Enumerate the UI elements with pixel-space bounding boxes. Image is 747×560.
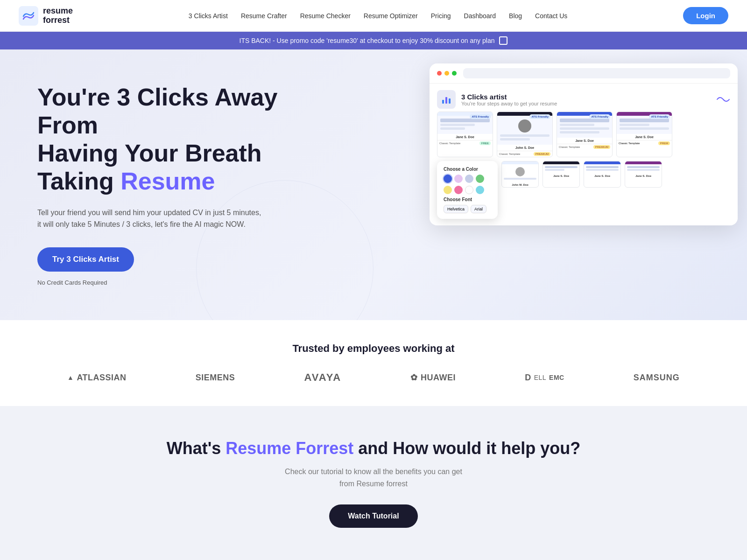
card3-line3: [560, 127, 609, 130]
whatis-sub2: from Resume forrest: [339, 480, 408, 488]
hero-content: You're 3 Clicks Away From Having Your Br…: [37, 84, 280, 286]
dell-text: D: [525, 373, 531, 383]
color-dot-blue[interactable]: [444, 175, 452, 183]
nav-blog-link[interactable]: Blog: [509, 12, 522, 20]
card1-line3: [440, 127, 465, 130]
second-row: Choose a Color C: [437, 161, 730, 219]
siemens-text: SIEMENS: [196, 373, 235, 383]
color-picker-label: Choose a Color: [444, 167, 491, 172]
card2-label: John S. Doe: [497, 145, 552, 151]
color-dot-yellow[interactable]: [444, 186, 452, 194]
r2c4-name: Jane S. Doe: [625, 174, 662, 178]
trusted-title: Trusted by employees working at: [37, 343, 710, 355]
color-dot-slate[interactable]: [465, 175, 473, 183]
navbar: resume forrest 3 Clicks Artist Resume Cr…: [0, 0, 747, 32]
trusted-section: Trusted by employees working at ▲ ATLASS…: [0, 320, 747, 406]
huawei-text: HUAWEI: [421, 373, 456, 383]
logo-text-line2: forrest: [43, 16, 73, 25]
hero-cta-button[interactable]: Try 3 Clicks Artist: [37, 247, 134, 272]
r2c4-line2: [627, 169, 660, 171]
logo[interactable]: resume forrest: [19, 6, 73, 26]
whatis-sub1: Check our tutorial to know all the benef…: [285, 468, 462, 476]
browser-frame: 3 Clicks artist You're four steps away t…: [430, 63, 738, 225]
resume-cards-grid: ATS Friendly Jane S. Doe Classic Templat…: [437, 112, 730, 157]
color-dot-cyan[interactable]: [476, 186, 484, 194]
whatis-section: What's Resume Forrest and How would it h…: [0, 406, 747, 551]
r2c1-name: John M. Doe: [502, 182, 538, 187]
resume-card-r2-2: Jane S. Doe: [543, 161, 580, 188]
card1-label: Jane S. Doe: [437, 134, 493, 140]
app-title-block: 3 Clicks artist You're four steps away t…: [461, 93, 711, 106]
dell-text2: ELL: [534, 374, 546, 381]
bar-chart-icon: [441, 94, 451, 105]
card4-line1: [620, 119, 669, 122]
color-dot-lavender[interactable]: [454, 175, 463, 183]
card4-premium-badge: PREM: [658, 141, 670, 145]
card2-avatar: [518, 119, 531, 133]
whatis-title-part2: and How would it help you?: [353, 439, 580, 458]
app-title: 3 Clicks artist: [461, 93, 711, 101]
r2c3-name: Jane S. Doe: [584, 174, 620, 178]
login-button[interactable]: Login: [683, 7, 728, 24]
card3-footer: Classic Template PREMIUM: [557, 144, 612, 150]
svg-rect-3: [449, 98, 451, 104]
card3-premium-badge: PREMIUM: [593, 145, 610, 149]
r2c2-line1: [545, 166, 578, 168]
squiggle-icon: [716, 95, 730, 104]
browser-dot-red: [437, 71, 442, 76]
r2c2-name: Jane S. Doe: [543, 174, 579, 178]
nav-pricing-link[interactable]: Pricing: [431, 12, 451, 20]
svg-rect-0: [19, 6, 38, 26]
app-subtitle: You're four steps away to get your resum…: [461, 101, 711, 106]
resume-cards-row2: John M. Doe Jane S. Doe: [501, 161, 662, 188]
card1-badge: ATS Friendly: [470, 114, 491, 119]
logo-siemens: SIEMENS: [196, 373, 235, 383]
font-buttons: Helvetica Arial: [444, 205, 491, 213]
card2-line2: [500, 138, 530, 140]
color-dot-white[interactable]: [465, 186, 473, 194]
browser-url-bar: [463, 68, 730, 78]
svg-rect-1: [442, 100, 444, 104]
app-inner: 3 Clicks artist You're four steps away t…: [430, 84, 738, 225]
hero-section: You're 3 Clicks Away From Having Your Br…: [0, 49, 747, 320]
nav-links: 3 Clicks Artist Resume Crafter Resume Ch…: [189, 12, 567, 20]
card2-line1: [500, 134, 550, 137]
app-header: 3 Clicks artist You're four steps away t…: [437, 90, 730, 109]
nav-dashboard-link[interactable]: Dashboard: [464, 12, 496, 20]
color-dots-row2: [444, 186, 491, 194]
nav-checker-link[interactable]: Resume Checker: [300, 12, 351, 20]
emc-text: EMC: [549, 374, 564, 381]
huawei-icon: ✿: [410, 372, 418, 383]
resume-card-r2-3: Jane S. Doe: [584, 161, 621, 188]
whatis-title-accent: Resume Forrest: [226, 439, 353, 458]
nav-3clicks-link[interactable]: 3 Clicks Artist: [189, 12, 228, 20]
card3-badge: ATS Friendly: [589, 114, 610, 119]
color-dot-green[interactable]: [476, 175, 484, 183]
logo-text-line1: resume: [43, 7, 73, 16]
logo-avaya: AVAYA: [304, 371, 342, 384]
avaya-text: AVAYA: [304, 371, 342, 384]
card1-free-badge: FREE: [479, 141, 491, 145]
card2-badge: ATS Friendly: [529, 114, 550, 119]
nav-contact-link[interactable]: Contact Us: [535, 12, 567, 20]
svg-rect-2: [445, 97, 447, 104]
resume-card-1: ATS Friendly Jane S. Doe Classic Templat…: [437, 112, 493, 157]
font-arial-btn[interactable]: Arial: [471, 205, 486, 213]
font-helvetica-btn[interactable]: Helvetica: [444, 205, 468, 213]
nav-crafter-link[interactable]: Resume Crafter: [241, 12, 287, 20]
resume-card-4: ATS Friendly Jane S. Doe Classic Templat…: [616, 112, 672, 157]
logo-huawei: ✿ HUAWEI: [410, 372, 456, 383]
app-icon: [437, 90, 456, 109]
whatis-cta-button[interactable]: Watch Tutorial: [329, 504, 417, 528]
promo-copy-icon[interactable]: [499, 36, 507, 45]
r2c4-line1: [627, 166, 660, 168]
logo-icon: [19, 6, 38, 26]
whatis-subtitle: Check our tutorial to know all the benef…: [37, 466, 710, 490]
r2c2-line2: [545, 169, 564, 171]
hero-illustration: 3 Clicks artist You're four steps away t…: [430, 63, 738, 225]
trusted-logos: ▲ ATLASSIAN SIEMENS AVAYA ✿ HUAWEI DELLE…: [37, 371, 710, 384]
nav-optimizer-link[interactable]: Resume Optimizer: [364, 12, 418, 20]
color-dot-pink[interactable]: [454, 186, 463, 194]
card2-premium-badge: PREMIUM: [534, 152, 550, 156]
r2c3-line2: [586, 169, 619, 171]
